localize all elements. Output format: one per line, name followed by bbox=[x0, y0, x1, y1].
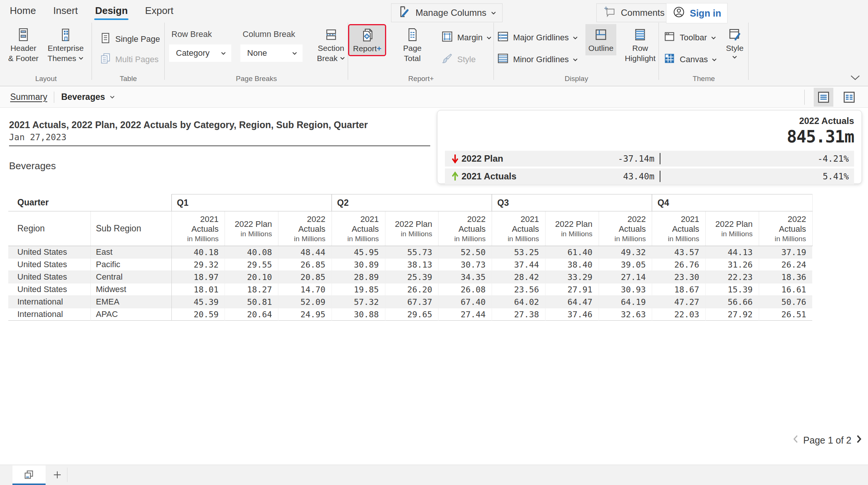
building-icon bbox=[58, 26, 73, 43]
pagination: Page 1 of 2 bbox=[793, 435, 862, 446]
page-tab-active[interactable] bbox=[12, 465, 46, 484]
column-header: 2021 Actualsin Millions bbox=[332, 211, 385, 246]
page-indicator: Page 1 of 2 bbox=[803, 435, 851, 446]
sheet-tab-beverages[interactable]: Beverages bbox=[61, 92, 115, 102]
comments-label: Comments bbox=[621, 8, 665, 18]
divider bbox=[804, 90, 805, 105]
cell-value: 30.89 bbox=[332, 259, 385, 271]
group-display: Major Gridlines Minor Gridlines bbox=[494, 21, 659, 86]
tab-insert[interactable]: Insert bbox=[53, 5, 78, 17]
previous-page-chevron-icon[interactable] bbox=[793, 435, 799, 446]
single-page-button[interactable]: Single Page bbox=[97, 29, 162, 49]
cell-value: 19.85 bbox=[332, 283, 385, 296]
cell-value: 16.61 bbox=[759, 283, 812, 296]
canvas-theme-button[interactable]: Canvas bbox=[661, 50, 719, 69]
enterprise-themes-label-2: Themes bbox=[47, 53, 76, 63]
tab-home[interactable]: Home bbox=[10, 5, 36, 17]
kpi-variance-row-plan: 2022 Plan -37.14m -4.21% bbox=[445, 151, 854, 167]
cell-value: 39.05 bbox=[599, 259, 652, 271]
page-total-button[interactable]: Page Total bbox=[393, 24, 431, 66]
report-title: 2021 Actuals, 2022 Plan, 2022 Actuals by… bbox=[9, 119, 368, 130]
view-two-column-button[interactable] bbox=[839, 88, 859, 107]
sheet-tab-summary[interactable]: Summary bbox=[10, 92, 47, 102]
cell-value: 29.65 bbox=[385, 308, 439, 321]
column-header: 2022 Planin Millions bbox=[385, 211, 439, 246]
cell-value: 56.66 bbox=[706, 296, 759, 308]
minor-gridlines-button[interactable]: Minor Gridlines bbox=[494, 50, 580, 69]
kpi-row-label: 2022 Plan bbox=[462, 153, 503, 164]
report-plus-button[interactable]: Report+ bbox=[348, 24, 386, 56]
next-page-chevron-icon[interactable] bbox=[856, 435, 862, 446]
cell-value: 32.63 bbox=[599, 308, 652, 321]
collapse-ribbon-chevron-icon[interactable] bbox=[850, 75, 860, 82]
sign-in-button[interactable]: Sign in bbox=[666, 3, 727, 23]
kpi-card[interactable]: 2022 Actuals 845.31m 2022 Plan -37.14m -… bbox=[437, 110, 862, 184]
person-icon bbox=[672, 6, 685, 21]
row-highlight-button[interactable]: Row Highlight bbox=[622, 24, 659, 66]
toolbar-theme-label: Toolbar bbox=[680, 33, 707, 43]
table-row: United StatesCentral18.9720.1020.8528.89… bbox=[8, 271, 812, 283]
kpi-measure-label: 2022 Actuals bbox=[445, 116, 854, 126]
row-break-select[interactable]: Category bbox=[169, 44, 231, 62]
cell-value: 31.26 bbox=[706, 259, 759, 271]
outline-button[interactable]: Outline bbox=[585, 24, 617, 55]
toolbar-theme-button[interactable]: Toolbar bbox=[661, 28, 719, 47]
view-list-icon bbox=[817, 91, 830, 104]
cell-value: 43.57 bbox=[652, 246, 706, 259]
chevron-down-icon bbox=[573, 58, 578, 61]
header-footer-label-1: Header bbox=[11, 43, 37, 53]
section-break-icon bbox=[324, 26, 338, 43]
tab-design[interactable]: Design bbox=[95, 5, 128, 17]
manage-columns-button[interactable]: Manage Columns bbox=[391, 3, 503, 22]
minor-gridlines-icon bbox=[497, 52, 509, 67]
group-table: Single Page Multi Pages Table bbox=[92, 21, 165, 86]
cell-value: 26.76 bbox=[652, 259, 706, 271]
margin-button[interactable]: Margin bbox=[439, 28, 494, 47]
theme-style-button[interactable]: Style bbox=[723, 24, 747, 61]
table-row: United StatesEast40.1840.0848.4445.9555.… bbox=[8, 246, 812, 259]
row-highlight-icon bbox=[633, 26, 647, 43]
enterprise-themes-label-1: Enterprise bbox=[47, 43, 84, 53]
cell-region: United States bbox=[8, 246, 90, 259]
column-break-field: Column Break None bbox=[240, 24, 303, 62]
cell-value: 18.36 bbox=[759, 271, 812, 283]
cell-region: United States bbox=[8, 259, 90, 271]
add-page-button[interactable] bbox=[48, 465, 66, 484]
cell-value: 49.32 bbox=[599, 246, 652, 259]
enterprise-themes-button[interactable]: Enterprise Themes bbox=[44, 24, 87, 66]
row-highlight-label-1: Row bbox=[632, 43, 648, 53]
group-label-table: Table bbox=[92, 75, 165, 86]
column-header: 2022 Planin Millions bbox=[545, 211, 599, 246]
view-single-column-button[interactable] bbox=[814, 88, 833, 107]
page-total-label: Page Total bbox=[396, 43, 428, 63]
header-footer-button[interactable]: Header & Footer bbox=[5, 24, 42, 66]
table-row: InternationalAPAC20.5920.6424.9530.8829.… bbox=[8, 308, 812, 321]
major-gridlines-button[interactable]: Major Gridlines bbox=[494, 28, 580, 47]
tab-export[interactable]: Export bbox=[145, 5, 173, 17]
cell-value: 64.47 bbox=[545, 296, 599, 308]
section-break-button[interactable]: Section Break bbox=[314, 24, 348, 66]
column-header: 2021 Actualsin Millions bbox=[492, 211, 546, 246]
kpi-row-label: 2021 Actuals bbox=[462, 171, 517, 182]
cell-value: 29.32 bbox=[171, 259, 225, 271]
canvas-icon bbox=[663, 52, 676, 67]
comment-plus-icon bbox=[603, 5, 616, 21]
sheet-tab-beverages-label: Beverages bbox=[61, 92, 105, 102]
group-layout: Header & Footer Enterprise Themes Layout bbox=[0, 21, 92, 86]
category-label: Beverages bbox=[9, 160, 56, 172]
toolbar-icon bbox=[663, 30, 676, 45]
plus-icon bbox=[52, 469, 63, 480]
column-break-select[interactable]: None bbox=[240, 44, 303, 62]
cell-value: 45.95 bbox=[332, 246, 385, 259]
cell-sub-region: Pacific bbox=[90, 259, 171, 271]
cell-value: 30.93 bbox=[599, 283, 652, 296]
view-columns-icon bbox=[843, 91, 856, 104]
cell-value: 20.10 bbox=[225, 271, 278, 283]
measure-header-row: Region Sub Region 2021 Actualsin Million… bbox=[8, 211, 812, 246]
cell-value: 24.95 bbox=[278, 308, 332, 321]
divider bbox=[54, 92, 54, 103]
cell-sub-region: East bbox=[90, 246, 171, 259]
ribbon-tab-row: Home Insert Design Export Manage Columns… bbox=[0, 0, 868, 21]
cell-value: 27.91 bbox=[545, 283, 599, 296]
quarter-header-q3: Q3 bbox=[492, 194, 652, 211]
